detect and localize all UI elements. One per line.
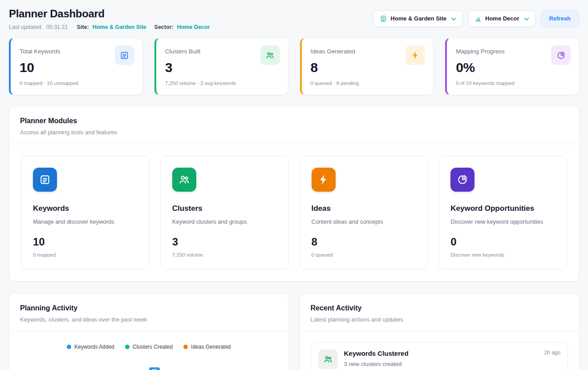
activity-title: Keywords Clustered <box>344 350 409 357</box>
area-chart-svg <box>20 356 278 370</box>
module-card-keywords[interactable]: Keywords Manage and discover keywords 10… <box>21 156 150 269</box>
stat-caption: 0 mapped · 10 unmapped <box>20 80 134 86</box>
bottom-row: Planning Activity Keywords, clusters, an… <box>9 293 579 370</box>
planning-activity-header: Planning Activity Keywords, clusters, an… <box>9 294 288 331</box>
stat-card-clusters-built: Clusters Built 3 7,250 volume · 3 avg ke… <box>154 38 288 95</box>
planner-modules-panel: Planner Modules Access all planning tool… <box>9 106 579 282</box>
stats-row: Total Keywords 10 0 mapped · 10 unmapped… <box>9 38 579 95</box>
document-icon <box>33 168 57 192</box>
recent-activity-header: Recent Activity Latest planning actions … <box>300 294 579 331</box>
stat-caption: 0 of 10 keywords mapped <box>456 80 570 86</box>
page-meta: Last updated: 05:31:21 · Site: Home & Ga… <box>9 24 210 31</box>
sector-selector-dropdown[interactable]: Home Decor <box>468 10 535 27</box>
legend-label: Keywords Added <box>74 344 114 350</box>
legend-item-ideas-generated: Ideas Generated <box>183 344 231 350</box>
module-caption: Discover new keywords <box>450 252 555 257</box>
module-caption: 7,250 volume <box>172 252 277 257</box>
data-point-label: 25 <box>149 367 160 370</box>
meta-separator: · <box>71 24 73 31</box>
legend-label: Ideas Generated <box>191 344 231 350</box>
stat-caption: 7,250 volume · 3 avg keywords <box>165 80 279 86</box>
legend-item-keywords-added: Keywords Added <box>67 344 114 350</box>
refresh-button[interactable]: Refresh <box>541 10 579 27</box>
legend-label: Clusters Created <box>133 344 173 350</box>
module-title: Keywords <box>33 204 138 213</box>
users-icon <box>260 45 280 65</box>
page-title: Planner Dashboard <box>9 7 210 20</box>
stat-caption: 0 queued · 8 pending <box>311 80 425 86</box>
document-icon <box>115 45 134 65</box>
section-subtitle: Latest planning actions and updates <box>311 316 568 323</box>
module-description: Keyword clusters and groups <box>172 218 277 225</box>
bar-chart-icon <box>474 15 482 22</box>
planning-activity-chart: 25 25 24 <box>20 356 278 370</box>
chevron-down-icon <box>450 16 456 21</box>
legend-item-clusters-created: Clusters Created <box>125 344 173 350</box>
site-selector-dropdown[interactable]: Home & Garden Site <box>373 10 462 27</box>
planner-modules-header: Planner Modules Access all planning tool… <box>9 106 579 144</box>
chart-legend: Keywords Added Clusters Created Ideas Ge… <box>9 331 288 350</box>
activity-timestamp: 2h ago <box>544 350 560 356</box>
last-updated-label: Last updated: <box>9 24 43 31</box>
activity-description: 3 new clusters created <box>344 361 561 367</box>
lightning-icon <box>406 45 425 65</box>
section-subtitle: Keywords, clusters, and ideas over the p… <box>20 316 278 323</box>
module-title: Ideas <box>312 204 416 213</box>
section-subtitle: Access all planning tools and features <box>20 129 568 136</box>
building-icon <box>380 15 387 22</box>
header-controls: Home & Garden Site Home Decor Refresh <box>373 10 579 27</box>
legend-dot <box>67 345 71 349</box>
lightning-icon <box>312 168 336 192</box>
module-description: Content ideas and concepts <box>312 218 416 225</box>
chevron-down-icon <box>523 16 529 21</box>
activity-item-keywords-clustered: Keywords Clustered 2h ago 3 new clusters… <box>311 342 568 370</box>
legend-dot <box>183 345 188 349</box>
stat-card-ideas-generated: Ideas Generated 8 0 queued · 8 pending <box>300 38 434 95</box>
site-selector-value: Home & Garden Site <box>390 15 446 22</box>
header-left: Planner Dashboard Last updated: 05:31:21… <box>9 7 210 31</box>
sector-label: Sector: <box>154 24 174 31</box>
users-icon <box>318 350 338 369</box>
sector-selector-value: Home Decor <box>485 15 519 22</box>
module-value: 0 <box>450 236 555 248</box>
stat-card-mapping-progress: Mapping Progress 0% 0 of 10 keywords map… <box>445 38 579 95</box>
module-description: Manage and discover keywords <box>33 218 138 225</box>
module-title: Keyword Opportunities <box>450 204 555 213</box>
section-title: Planning Activity <box>20 304 278 312</box>
modules-grid: Keywords Manage and discover keywords 10… <box>9 144 579 281</box>
planning-activity-panel: Planning Activity Keywords, clusters, an… <box>9 293 289 370</box>
module-title: Clusters <box>172 204 277 213</box>
module-caption: 0 queued <box>312 252 416 257</box>
section-title: Recent Activity <box>311 304 568 312</box>
site-label: Site: <box>77 24 89 31</box>
section-title: Planner Modules <box>20 117 568 125</box>
activity-body: Keywords Clustered 2h ago 3 new clusters… <box>344 350 561 369</box>
planner-dashboard-page: Planner Dashboard Last updated: 05:31:21… <box>0 0 588 370</box>
last-updated-value: 05:31:21 <box>46 24 68 31</box>
pie-chart-icon <box>551 45 571 65</box>
pie-chart-icon <box>450 168 474 192</box>
module-value: 8 <box>312 236 416 248</box>
module-value: 10 <box>33 236 138 248</box>
stat-card-total-keywords: Total Keywords 10 0 mapped · 10 unmapped <box>9 38 143 95</box>
legend-dot <box>125 345 130 349</box>
module-card-clusters[interactable]: Clusters Keyword clusters and groups 3 7… <box>160 156 289 269</box>
module-value: 3 <box>172 236 277 248</box>
module-card-ideas[interactable]: Ideas Content ideas and concepts 8 0 que… <box>300 156 428 269</box>
top-bar: Planner Dashboard Last updated: 05:31:21… <box>9 7 579 31</box>
site-link[interactable]: Home & Garden Site <box>93 24 146 31</box>
users-icon <box>172 168 196 192</box>
module-caption: 0 mapped <box>33 252 138 257</box>
module-description: Discover new keyword opportunities <box>450 218 555 225</box>
module-card-keyword-opportunities[interactable]: Keyword Opportunities Discover new keywo… <box>438 156 567 269</box>
sector-link[interactable]: Home Decor <box>177 24 210 31</box>
divider <box>300 331 579 331</box>
recent-activity-panel: Recent Activity Latest planning actions … <box>300 293 580 370</box>
